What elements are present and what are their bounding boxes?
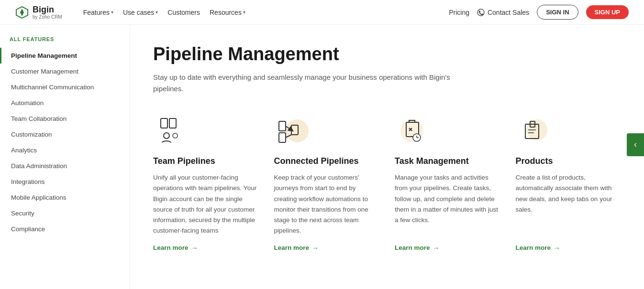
team-pipelines-desc: Unify all your customer-facing operation… [153,172,259,236]
header-right: Pricing 📞 Contact Sales SIGN IN SIGN UP [449,5,629,20]
products-arrow-icon: → [554,244,560,252]
svg-point-6 [164,133,169,139]
nav-use-cases-chevron: ▾ [155,10,158,15]
svg-text:📞: 📞 [478,10,484,16]
phone-icon: 📞 [477,9,485,16]
products-icon [516,114,550,148]
nav-pricing[interactable]: Pricing [449,9,469,16]
sidebar-item-pipeline-management[interactable]: Pipeline Management [0,48,130,64]
card-products: Products Create a list of products, auto… [516,114,622,252]
connected-pipelines-icon [274,114,309,148]
team-pipelines-learn-more-label: Learn more [153,244,189,251]
nav-customers-label: Customers [167,9,200,16]
nav-resources[interactable]: Resources ▾ [210,9,245,16]
logo-sub: by Zoho CRM [33,15,62,20]
products-title: Products [516,156,622,167]
sidebar-item-automation[interactable]: Automation [0,95,130,111]
sidebar-item-integrations[interactable]: Integrations [0,174,130,190]
sidebar-item-security[interactable]: Security [0,205,130,221]
products-desc: Create a list of products, automatically… [516,172,622,236]
nav-use-cases-label: Use cases [123,9,154,16]
task-management-arrow-icon: → [433,244,440,252]
logo[interactable]: Bigin by Zoho CRM [15,5,62,20]
header-left: Bigin by Zoho CRM Features ▾ Use cases ▾… [15,5,245,20]
sidebar-item-analytics[interactable]: Analytics [0,142,130,158]
signup-button[interactable]: SIGN UP [586,5,629,19]
main-nav: Features ▾ Use cases ▾ Customers Resourc… [83,9,245,16]
svg-rect-5 [169,118,176,128]
team-pipelines-icon [153,114,188,148]
sidebar-item-data-administration[interactable]: Data Administration [0,158,130,174]
logo-text: Bigin by Zoho CRM [33,5,62,20]
svg-marker-1 [20,9,24,16]
nav-resources-chevron: ▾ [243,10,245,15]
svg-point-7 [173,133,178,138]
page-subtitle: Stay up to date with everything and seam… [153,72,478,95]
page-title: Pipeline Management [153,44,621,65]
connected-pipelines-arrow-icon: → [312,244,319,252]
connected-pipelines-desc: Keep track of your customers' journeys f… [274,172,380,236]
task-management-learn-more[interactable]: Learn more → [395,244,500,252]
task-management-title: Task Management [395,156,500,167]
logo-icon [15,6,29,19]
signin-button[interactable]: SIGN IN [537,5,578,20]
connected-pipelines-learn-more[interactable]: Learn more → [274,244,380,252]
sidebar: ALL FEATURES Pipeline Management Custome… [0,25,130,289]
sidebar-item-customer-management[interactable]: Customer Management [0,64,130,79]
task-management-desc: Manage your tasks and activities from yo… [395,172,500,236]
sidebar-section-label: ALL FEATURES [0,36,130,48]
nav-features-label: Features [83,9,110,16]
card-team-pipelines: Team Pipelines Unify all your customer-f… [153,114,259,252]
products-learn-more[interactable]: Learn more → [516,244,622,252]
nav-customers[interactable]: Customers [167,9,200,16]
sidebar-item-multichannel-communication[interactable]: Multichannel Communication [0,79,130,95]
products-learn-more-label: Learn more [516,244,551,251]
sidebar-item-team-collaboration[interactable]: Team Collaboration [0,111,130,127]
card-task-management: Task Management Manage your tasks and ac… [395,114,500,252]
team-pipelines-title: Team Pipelines [153,156,259,167]
nav-features[interactable]: Features ▾ [83,9,113,16]
pricing-label: Pricing [449,9,469,16]
svg-rect-9 [279,121,286,131]
main-content: Pipeline Management Stay up to date with… [130,25,644,289]
right-chevron-icon: ‹ [634,139,637,150]
connected-pipelines-title: Connected Pipelines [274,156,380,167]
sidebar-item-mobile-applications[interactable]: Mobile Applications [0,190,130,205]
nav-features-chevron: ▾ [111,10,113,15]
svg-rect-10 [279,133,286,142]
nav-resources-label: Resources [210,9,242,16]
contact-sales[interactable]: 📞 Contact Sales [477,9,529,16]
main-header: Bigin by Zoho CRM Features ▾ Use cases ▾… [0,0,644,25]
contact-sales-label: Contact Sales [488,9,529,16]
task-management-learn-more-label: Learn more [395,244,430,251]
svg-rect-4 [161,118,167,128]
nav-use-cases[interactable]: Use cases ▾ [123,9,158,16]
svg-point-8 [286,119,309,142]
sidebar-item-customization[interactable]: Customization [0,127,130,142]
card-connected-pipelines: Connected Pipelines Keep track of your c… [274,114,380,252]
connected-pipelines-learn-more-label: Learn more [274,244,310,251]
main-layout: ALL FEATURES Pipeline Management Custome… [0,25,644,289]
team-pipelines-learn-more[interactable]: Learn more → [153,244,259,252]
task-management-icon [395,114,429,148]
sidebar-item-compliance[interactable]: Compliance [0,221,130,237]
right-chevron-button[interactable]: ‹ [627,133,644,156]
team-pipelines-arrow-icon: → [191,244,198,252]
feature-cards: Team Pipelines Unify all your customer-f… [153,114,621,252]
logo-name: Bigin [33,5,54,14]
